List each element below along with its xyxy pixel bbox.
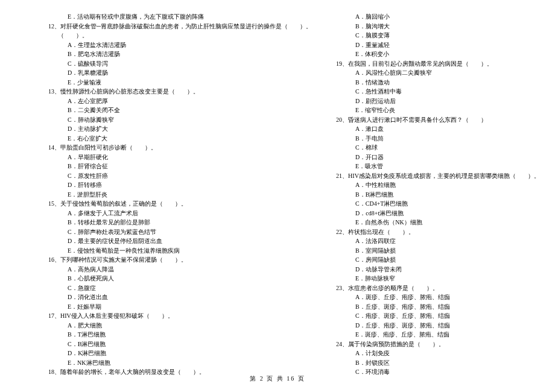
q14-e: E．淤胆型肝炎	[68, 190, 312, 200]
q15-d: D．最主要的症状是停经后阴道出血	[68, 236, 312, 246]
q20: 20、昏迷病人进行漱口时不需要具备什么东西？（ ）	[336, 115, 540, 125]
q24: 24、属于传染病预防措施的是（ ）。	[336, 340, 540, 349]
q12: 12、对肝硬化食管─胃底静脉曲张破裂出血的患者，为防止肝性脑病应禁显进行的操作是…	[48, 22, 312, 31]
q23-b: B．丘疹、斑疹、疱疹、脓疱、结痂	[355, 302, 540, 312]
q14-c: C．原发性肝癌	[68, 171, 312, 181]
q17-d: D．K淋巴细胞	[68, 349, 312, 358]
q22: 22、杵状指出现在（ ）。	[336, 227, 540, 237]
q20-c: C．棉球	[355, 143, 540, 153]
q14: 14、甲胎蛋白阳性可初步诊断（ ）。	[48, 143, 312, 153]
q13: 13、慢性肺源性心脏病的心脏形态改变主要是（ ）。	[48, 87, 312, 96]
q22-d: D．动脉导管未闭	[355, 265, 540, 274]
q23-e: E．斑疹、疱疹、丘疹、脓疱、结痂	[355, 330, 540, 340]
q17: 17、HIV侵入人体后主要侵犯和破坏（ ）。	[48, 311, 312, 321]
q24-a: A．计划免疫	[355, 349, 540, 358]
q13-d: D．主动脉扩大	[68, 124, 312, 134]
q12-e: E．少量输液	[68, 78, 312, 87]
q17-c: C．B淋巴细胞	[68, 340, 312, 349]
q22-a: A．法洛四联症	[355, 236, 540, 246]
q12-blank: （ ）。	[58, 31, 312, 40]
q17-e: E．NK淋巴细胞	[68, 358, 312, 368]
q19-b: B．情绪激动	[355, 78, 540, 87]
q15-a: A．多继发于人工流产术后	[68, 209, 312, 218]
q12-c: C．硫酸镁导泻	[68, 59, 312, 69]
q24-b: B．封锁疫区	[355, 358, 540, 368]
q15-b: B．转移灶最常见的部位是肺部	[68, 218, 312, 227]
q13-a: A．左心室肥厚	[68, 96, 312, 106]
left-column: E．活动期有轻或中度腹痛，为左下腹或下腹的阵痛 12、对肝硬化食管─胃底静脉曲张…	[48, 12, 324, 368]
q14-a: A．早期肝硬化	[68, 153, 312, 162]
q12-a: A．生理盐水清洁灌肠	[68, 40, 312, 50]
q15-c: C．肺部声称灶表现为紫蓝色结节	[68, 227, 312, 237]
q17-b: B．T淋巴细胞	[68, 330, 312, 340]
q12-b: B．肥皂水清洁灌肠	[68, 49, 312, 59]
q23-c: C．疱疹、斑疹、丘疹、脓疱、结痂	[355, 311, 540, 321]
q22-c: C．房间隔缺损	[355, 255, 540, 265]
q21-a: A．中性粒细胞	[355, 180, 540, 190]
q20-a: A．漱口盘	[355, 124, 540, 134]
q18-d: D．重量减轻	[355, 40, 540, 50]
q20-b: B．手电筒	[355, 134, 540, 144]
q15-e: E．侵蚀性葡萄胎是一种良性滋养细胞疾病	[68, 246, 312, 256]
q23: 23、水痘患者出疹的顺序是（ ）。	[336, 283, 540, 293]
q13-b: B．二尖瓣关闭不全	[68, 106, 312, 115]
q21-c: C．CD4+T淋巴细胞	[355, 199, 540, 209]
q20-e: E．吸水管	[355, 162, 540, 171]
q19-e: E．缩窄性心炎	[355, 106, 540, 115]
q16-b: B．心肌梗死病人	[68, 274, 312, 283]
q15: 15、关于侵蚀性葡萄胎的叙述，正确的是（ ）。	[48, 199, 312, 209]
q21: 21、HIV感染后对免疫系统造成损害，主要的机理是损害哪类细胞（ ）。	[336, 171, 540, 181]
q22-b: B．室间隔缺损	[355, 246, 540, 256]
q16-a: A．高热病人降温	[68, 265, 312, 274]
q23-d: D．丘疹、疱疹、斑疹、脓疱、结痂	[355, 321, 540, 330]
stray-option: E．活动期有轻或中度腹痛，为左下腹或下腹的阵痛	[68, 12, 312, 22]
q21-e: E．自然杀伤（NK）细胞	[355, 218, 540, 227]
q19: 19、在我国，目前引起心房颤动最常见的病因是（ ）。	[336, 59, 540, 69]
q16-e: E．妊娠早期	[68, 302, 312, 312]
q16: 16、下列哪种情况可实施大量不保留灌肠（ ）。	[48, 255, 312, 265]
q13-e: E．右心室扩大	[68, 134, 312, 144]
q13-c: C．肺动脉瓣狭窄	[68, 115, 312, 125]
q19-a: A．风湿性心脏病二尖瓣狭窄	[355, 68, 540, 78]
q21-d: D．cd8+t淋巴细胞	[355, 209, 540, 218]
q19-d: D．剧烈运动后	[355, 96, 540, 106]
q14-d: D．肝转移癌	[68, 180, 312, 190]
q12-d: D．乳果糖灌肠	[68, 68, 312, 78]
q22-e: E．肺动脉狭窄	[355, 274, 540, 283]
q18-c: C．脑膜变薄	[355, 31, 540, 40]
q18-e: E．体积变小	[355, 49, 540, 59]
q20-d: D．开口器	[355, 153, 540, 162]
q16-c: C．急腹症	[68, 283, 312, 293]
right-column: A．脑回缩小 B．脑沟增大 C．脑膜变薄 D．重量减轻 E．体积变小 19、在我…	[324, 12, 540, 368]
page: E．活动期有轻或中度腹痛，为左下腹或下腹的阵痛 12、对肝硬化食管─胃底静脉曲张…	[0, 0, 555, 374]
q16-d: D．消化道出血	[68, 292, 312, 302]
q18-a: A．脑回缩小	[355, 12, 540, 22]
q18-b: B．脑沟增大	[355, 22, 540, 31]
q24-c: C．环境消毒	[355, 367, 540, 377]
q21-b: B．B淋巴细胞	[355, 190, 540, 200]
q19-c: C．急性酒精中毒	[355, 87, 540, 96]
q23-a: A．斑疹、丘疹、疱疹、脓疱、结痂	[355, 292, 540, 302]
q14-b: B．肝肾综合征	[68, 162, 312, 171]
q17-a: A．肥大细胞	[68, 321, 312, 330]
